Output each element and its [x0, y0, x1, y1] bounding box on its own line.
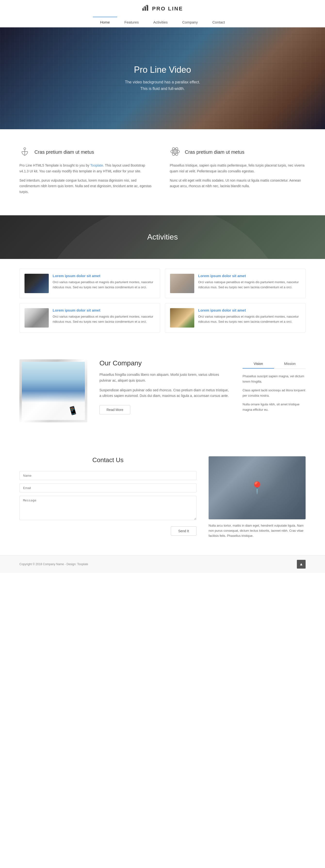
- svg-point-7: [171, 150, 179, 153]
- feature-left-text1: Pro Line HTML5 Template is brought to yo…: [20, 163, 155, 174]
- nav-activities[interactable]: Activities: [146, 17, 175, 27]
- card-title-2: Lorem ipsum dolor sit amet: [198, 274, 300, 278]
- feature-left-text2: Sed interdum, purus vulputate congue luc…: [20, 178, 155, 195]
- feature-right-title: Cras pretium diam ut metus: [185, 149, 244, 155]
- email-field-wrapper: [20, 484, 197, 492]
- main-nav: Home Features Activities Company Contact: [0, 17, 325, 27]
- name-input[interactable]: [20, 471, 197, 480]
- anchor-icon: [20, 146, 30, 158]
- location-icon: 📍: [250, 481, 264, 495]
- svg-point-3: [24, 148, 26, 150]
- svg-rect-2: [147, 5, 148, 11]
- tab-header: Vision Mission: [242, 359, 305, 369]
- contact-section: Contact Us Send It 📍 Nulla arcu tortor, …: [0, 439, 325, 555]
- feature-right-text2: Nunc ut elit eget velit mollis sodales. …: [170, 178, 305, 189]
- svg-rect-0: [142, 8, 144, 11]
- feature-right: Cras pretium diam ut metus Phasellus tri…: [170, 146, 305, 198]
- nav-home[interactable]: Home: [93, 17, 117, 27]
- company-section: Our Company Phasellus fringilla convalli…: [0, 342, 325, 439]
- activity-card-4: Lorem ipsum dolor sit amet Orci varius n…: [165, 303, 305, 333]
- card-title-1: Lorem ipsum dolor sit amet: [53, 274, 155, 278]
- hero-title: Pro Line Video: [134, 65, 191, 75]
- card-content-3: Lorem ipsum dolor sit amet Orci varius n…: [53, 308, 155, 324]
- message-field-wrapper: [20, 496, 197, 521]
- message-input[interactable]: [20, 496, 197, 520]
- vision-para1: Phasellus suscipit sapien magna, vel dic…: [242, 374, 305, 384]
- company-image: [20, 359, 87, 422]
- feature-right-text1: Phasellus tristique, sapien quis mattis …: [170, 163, 305, 174]
- name-field-wrapper: [20, 471, 197, 480]
- read-more-button[interactable]: Read More: [99, 405, 130, 414]
- activities-cards-section: Lorem ipsum dolor sit amet Orci varius n…: [0, 259, 325, 342]
- features-section: Cras pretium diam ut metus Pro Line HTML…: [0, 129, 325, 215]
- card-text-3: Orci varius natoque penatibus et magnis …: [53, 314, 155, 324]
- activities-banner: Activities: [0, 215, 325, 259]
- company-title: Our Company: [99, 359, 230, 367]
- card-content-1: Lorem ipsum dolor sit amet Orci varius n…: [53, 274, 155, 290]
- card-image-2: [170, 274, 194, 293]
- nav-features[interactable]: Features: [117, 17, 146, 27]
- card-image-3: [25, 308, 49, 328]
- feature-left-title: Cras pretium diam ut metus: [34, 149, 94, 155]
- activity-card-1: Lorem ipsum dolor sit amet Orci varius n…: [20, 269, 160, 298]
- card-content-2: Lorem ipsum dolor sit amet Orci varius n…: [198, 274, 300, 290]
- logo-text: PRO LINE: [152, 6, 183, 12]
- nav-company[interactable]: Company: [175, 17, 205, 27]
- cards-grid: Lorem ipsum dolor sit amet Orci varius n…: [20, 269, 305, 333]
- card-text-4: Orci varius natoque penatibus et magnis …: [198, 314, 300, 324]
- card-title-4: Lorem ipsum dolor sit amet: [198, 308, 300, 312]
- site-header: PRO LINE Home Features Activities Compan…: [0, 0, 325, 27]
- card-title-3: Lorem ipsum dolor sit amet: [53, 308, 155, 312]
- send-button[interactable]: Send It: [171, 526, 197, 535]
- activities-banner-title: Activities: [147, 232, 178, 242]
- vision-para2: Class aptent taciti sociosqu ad litora t…: [242, 388, 305, 398]
- card-text-2: Orci varius natoque penatibus et magnis …: [198, 280, 300, 290]
- tab-mission[interactable]: Mission: [274, 359, 305, 369]
- email-input[interactable]: [20, 484, 197, 492]
- contact-title: Contact Us: [20, 456, 197, 464]
- hero-section: Pro Line Video The video background has …: [0, 27, 325, 129]
- card-image-4: [170, 308, 194, 328]
- tab-content: Phasellus suscipit sapien magna, vel dic…: [242, 374, 305, 413]
- company-content: Our Company Phasellus fringilla convalli…: [99, 359, 230, 414]
- feature-right-header: Cras pretium diam ut metus: [170, 146, 305, 158]
- footer-copyright: Copyright © 2018 Company Name - Design: …: [20, 562, 88, 566]
- map-image: 📍: [209, 456, 305, 519]
- card-text-1: Orci varius natoque penatibus et magnis …: [53, 280, 155, 290]
- contact-caption: Nulla arcu tortor, mattis in diam eget, …: [209, 523, 305, 538]
- tab-vision[interactable]: Vision: [242, 359, 274, 369]
- activity-card-3: Lorem ipsum dolor sit amet Orci varius n…: [20, 303, 160, 333]
- logo-area: PRO LINE: [0, 4, 325, 13]
- svg-rect-1: [145, 7, 146, 11]
- site-footer: Copyright © 2018 Company Name - Design: …: [0, 555, 325, 573]
- features-grid: Cras pretium diam ut metus Pro Line HTML…: [20, 146, 305, 198]
- hero-subtitle: The video background has a parallax effe…: [125, 79, 200, 92]
- tooplate-link[interactable]: Tooplate: [90, 163, 103, 167]
- feature-left-header: Cras pretium diam ut metus: [20, 146, 155, 158]
- company-para1: Phasellus fringilla convallis libero non…: [99, 372, 230, 383]
- nav-contact[interactable]: Contact: [205, 17, 232, 27]
- svg-point-6: [174, 151, 176, 153]
- atom-icon: [170, 146, 180, 158]
- feature-left: Cras pretium diam ut metus Pro Line HTML…: [20, 146, 155, 198]
- scroll-to-top-button[interactable]: ▲: [297, 560, 305, 568]
- contact-map-area: 📍 Nulla arcu tortor, mattis in diam eget…: [209, 456, 305, 538]
- activity-card-2: Lorem ipsum dolor sit amet Orci varius n…: [165, 269, 305, 298]
- company-para2: Suspendisse aliquam pulvinar odio sed rh…: [99, 388, 230, 399]
- card-content-4: Lorem ipsum dolor sit amet Orci varius n…: [198, 308, 300, 324]
- vision-para3: Nulla ornare ligula nibh, sit amet trist…: [242, 402, 305, 412]
- card-image-1: [25, 274, 49, 293]
- logo-icon: [142, 4, 150, 13]
- contact-form-area: Contact Us Send It: [20, 456, 197, 535]
- vision-mission-panel: Vision Mission Phasellus suscipit sapien…: [242, 359, 305, 416]
